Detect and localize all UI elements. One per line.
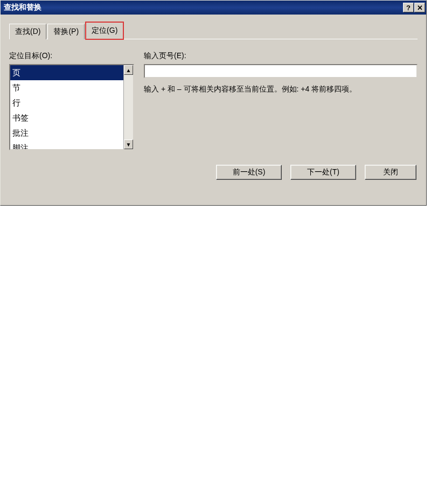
list-item[interactable]: 脚注 <box>10 141 123 149</box>
goto-target-label: 定位目标(O): <box>9 51 136 61</box>
list-item[interactable]: 批注 <box>10 125 123 141</box>
hint-text: 输入 + 和 – 可将相关内容移至当前位置。例如: +4 将前移四项。 <box>144 85 418 94</box>
scroll-track[interactable] <box>124 75 133 139</box>
tab-find[interactable]: 查找(D) <box>9 24 46 39</box>
list-item[interactable]: 书签 <box>10 110 123 125</box>
goto-target-listbox[interactable]: 页 节 行 书签 批注 脚注 ▲ ▼ <box>9 64 134 150</box>
tab-replace[interactable]: 替换(P) <box>47 24 85 39</box>
button-row: 前一处(S) 下一处(T) 关闭 <box>216 165 416 180</box>
tab-replace-label: 替换(P) <box>53 27 79 37</box>
list-item[interactable]: 行 <box>10 95 123 110</box>
next-button[interactable]: 下一处(T) <box>290 165 356 180</box>
titlebar: 查找和替换 ? ✕ <box>1 1 426 15</box>
titlebar-buttons: ? ✕ <box>403 3 425 12</box>
help-icon: ? <box>406 4 411 12</box>
goto-target-section: 定位目标(O): 页 节 行 书签 批注 脚注 ▲ ▼ <box>9 51 136 150</box>
close-button[interactable]: 关闭 <box>365 165 416 180</box>
list-scrollbar[interactable]: ▲ ▼ <box>123 65 133 149</box>
tab-goto-label: 定位(G) <box>92 26 117 36</box>
tab-row: 查找(D) 替换(P) 定位(G) <box>9 22 418 39</box>
close-window-button[interactable]: ✕ <box>414 3 425 12</box>
input-section: 输入页号(E): 输入 + 和 – 可将相关内容移至当前位置。例如: +4 将前… <box>144 51 418 94</box>
close-icon: ✕ <box>417 4 423 12</box>
previous-button-label: 前一处(S) <box>233 167 266 177</box>
tab-find-label: 查找(D) <box>15 27 40 37</box>
find-replace-dialog: 查找和替换 ? ✕ 查找(D) 替换(P) 定位(G) 定位目标(O): <box>0 0 427 206</box>
help-button[interactable]: ? <box>403 3 414 12</box>
input-page-label: 输入页号(E): <box>144 51 418 61</box>
list-items: 页 节 行 书签 批注 脚注 <box>10 65 123 149</box>
goto-panel: 定位目标(O): 页 节 行 书签 批注 脚注 ▲ ▼ <box>9 39 418 190</box>
dialog-body: 查找(D) 替换(P) 定位(G) 定位目标(O): 页 节 行 书签 批注 <box>1 15 426 205</box>
page-number-input[interactable] <box>144 64 418 78</box>
close-button-label: 关闭 <box>383 167 398 177</box>
previous-button[interactable]: 前一处(S) <box>216 165 282 180</box>
next-button-label: 下一处(T) <box>307 167 339 177</box>
scroll-up-icon[interactable]: ▲ <box>124 65 133 75</box>
list-item[interactable]: 节 <box>10 80 123 95</box>
scroll-down-icon[interactable]: ▼ <box>124 139 133 149</box>
list-item[interactable]: 页 <box>10 65 123 80</box>
window-title: 查找和替换 <box>4 3 403 12</box>
tab-goto[interactable]: 定位(G) <box>86 22 123 39</box>
